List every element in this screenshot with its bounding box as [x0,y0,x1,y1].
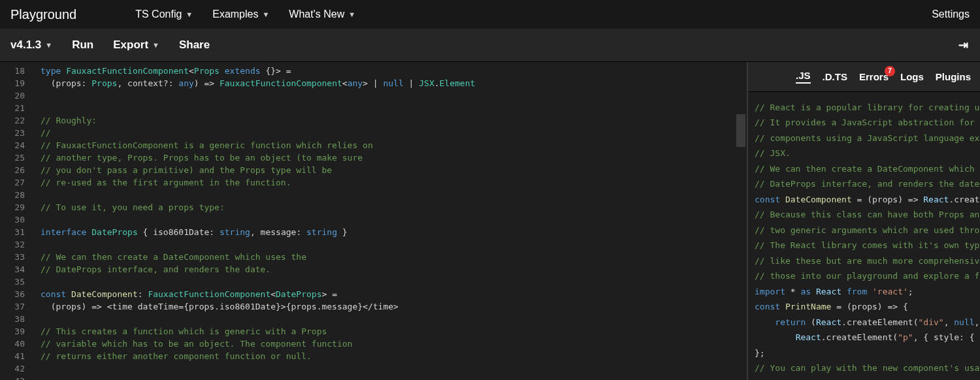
minimap[interactable] [736,62,745,380]
tab-errors[interactable]: Errors 7 [859,71,889,82]
menu-label: What's New [289,8,344,20]
tab-plugins[interactable]: Plugins [936,71,971,82]
output-tabs: .JS .D.TS Errors 7 Logs Plugins [748,62,980,92]
export-label: Export [113,39,148,52]
menu-ts-config[interactable]: TS Config ▼ [135,8,193,20]
share-button[interactable]: Share [179,39,210,52]
chevron-down-icon: ▼ [186,10,193,18]
version-dropdown[interactable]: v4.1.3 ▼ [10,39,52,52]
toolbar: v4.1.3 ▼ Run Export ▼ Share ⇥ [0,29,980,62]
chevron-down-icon: ▼ [348,10,355,18]
chevron-down-icon: ▼ [262,10,269,18]
tab-errors-label: Errors [859,71,889,82]
tab-dts[interactable]: .D.TS [823,71,847,82]
run-arrow-icon[interactable]: ⇥ [958,38,968,52]
code-lines[interactable]: type FauxactFunctionComponent<Props exte… [41,62,747,380]
settings-link[interactable]: Settings [932,8,970,20]
code-editor[interactable]: 1819202122232425262728293031323334353637… [0,62,747,380]
output-code[interactable]: // React is a popular library for creati… [748,92,980,380]
menu-whats-new[interactable]: What's New ▼ [289,8,355,20]
version-label: v4.1.3 [10,39,41,52]
run-button[interactable]: Run [72,39,93,52]
minimap-thumb[interactable] [736,114,745,147]
topbar: Playground TS Config ▼ Examples ▼ What's… [0,0,980,29]
top-menu: TS Config ▼ Examples ▼ What's New ▼ [135,8,355,20]
error-count-badge: 7 [885,66,895,76]
brand: Playground [10,7,76,22]
menu-label: Examples [212,8,258,20]
chevron-down-icon: ▼ [45,41,52,49]
content: 1819202122232425262728293031323334353637… [0,62,980,380]
tab-js[interactable]: .JS [796,70,811,84]
menu-label: TS Config [135,8,182,20]
line-gutter: 1819202122232425262728293031323334353637… [0,62,33,380]
output-panel: .JS .D.TS Errors 7 Logs Plugins // React… [747,62,980,380]
export-dropdown[interactable]: Export ▼ [113,39,159,52]
tab-logs[interactable]: Logs [900,71,924,82]
chevron-down-icon: ▼ [152,41,159,49]
menu-examples[interactable]: Examples ▼ [212,8,269,20]
